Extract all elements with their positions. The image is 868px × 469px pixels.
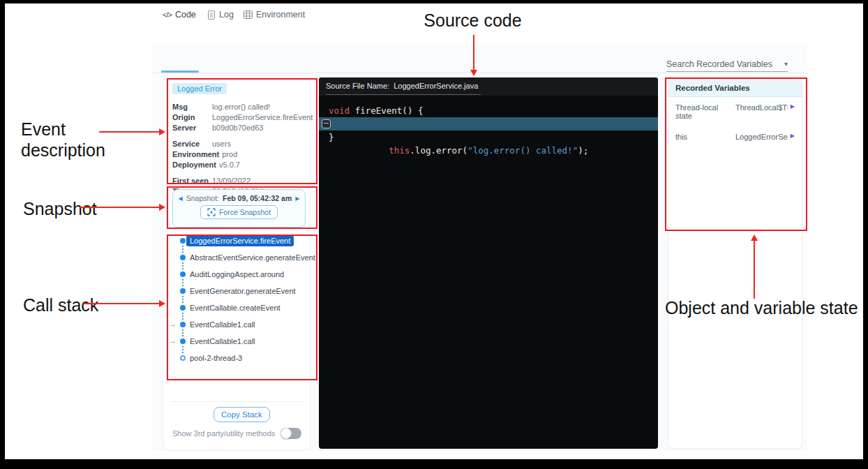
event-row-environment: Environmentprod — [172, 149, 305, 160]
arrow-line-call-stack — [84, 303, 159, 304]
event-row-msg: Msglog.error() called! — [172, 102, 305, 112]
snapshot-navigator: ◀ Snapshot: Feb 09, 05:42:32 am ▶ Force … — [172, 189, 306, 228]
third-party-toggle-row: Show 3rd party/utility methods — [172, 428, 305, 439]
logged-error-badge: Logged Error — [172, 83, 227, 94]
tab-log[interactable]: Log — [207, 10, 234, 20]
snapshot-timestamp: Feb 09, 05:42:32 am — [223, 194, 292, 202]
annotation-snapshot: Snapshot — [23, 198, 97, 219]
jump-arrow-icon: → — [168, 336, 177, 345]
code-editor[interactable]: void fireEvent() { this.log.error("log.e… — [319, 104, 658, 144]
stack-frame: → EventCallable1.call — [167, 320, 310, 336]
annotation-call-stack: Call stack — [23, 295, 98, 315]
force-snapshot-label: Force Snapshot — [219, 208, 271, 216]
variable-type: ThreadLocal$ThreadL… — [735, 103, 788, 120]
call-stack-list: LoggedErrorService.fireEvent AbstractEve… — [167, 236, 310, 370]
third-party-toggle-switch[interactable] — [280, 428, 301, 439]
event-row-server: Serverb09d0b70ed63 — [172, 123, 305, 133]
next-snapshot-icon[interactable]: ▶ — [295, 195, 299, 202]
variable-row[interactable]: Thread-local state ThreadLocal$ThreadL… … — [668, 97, 802, 126]
force-snapshot-button[interactable]: Force Snapshot — [200, 205, 278, 219]
expand-variable-icon[interactable]: ▶ — [791, 103, 795, 120]
grid-table-icon — [244, 10, 253, 19]
stack-frame: AbstractEventService.generateEvent — [167, 253, 310, 269]
stack-frame-thread: pool-2-thread-3 — [167, 353, 310, 370]
variable-row[interactable]: this LoggedErrorService ▶ — [668, 126, 802, 147]
frame-dot-icon — [180, 255, 186, 260]
arrow-head-event-description — [159, 128, 165, 135]
arrow-line-snapshot — [80, 207, 159, 208]
arrow-line-source-code — [473, 35, 474, 70]
arrow-head-object-state — [751, 234, 758, 241]
thread-dot-icon — [180, 355, 186, 361]
stack-footer-divider — [171, 401, 302, 402]
event-row-first-seen: First seen13/09/2022 — [172, 176, 305, 186]
stack-frame: EventCallable.createEvent — [167, 303, 310, 320]
event-row-deployment: Deploymentv5.0.7 — [172, 160, 305, 170]
frame-dot-icon — [180, 288, 186, 294]
tab-code[interactable]: </> Code — [163, 10, 196, 20]
frame-dot-icon — [180, 305, 186, 311]
frame-dot-icon — [180, 238, 186, 244]
arrow-head-call-stack — [159, 300, 165, 307]
previous-snapshot-icon[interactable]: ◀ — [179, 195, 183, 202]
recorded-variables-card: Recorded Variables Thread-local state Th… — [668, 79, 802, 449]
stack-frame-label[interactable]: AuditLoggingAspect.around — [190, 269, 284, 279]
jump-arrow-icon: → — [168, 319, 177, 329]
tab-environment[interactable]: Environment — [244, 10, 305, 20]
code-line-2-highlighted: this.log.error("log.error() called!"); — [319, 117, 658, 131]
third-party-toggle-label: Show 3rd party/utility methods — [172, 429, 275, 438]
stack-frame: → EventCallable1.call — [167, 336, 310, 353]
screenshot-canvas: </> Code Log Environment Search Recorded… — [0, 0, 868, 469]
source-file-name: Source File Name: LoggedErrorService.jav… — [326, 78, 481, 95]
capture-frame-icon — [207, 208, 216, 216]
variable-name: Thread-local state — [675, 103, 735, 120]
snapshot-timestamp-row: ◀ Snapshot: Feb 09, 05:42:32 am ▶ — [173, 194, 305, 202]
event-info-rows: Msglog.error() called! OriginLoggedError… — [172, 102, 305, 197]
event-row-service: Serviceusers — [172, 139, 305, 149]
annotation-source-code: Source code — [391, 10, 555, 31]
chevron-down-icon: ▾ — [784, 60, 788, 68]
tab-environment-label: Environment — [256, 10, 305, 20]
search-select-label: Search Recorded Variables — [666, 59, 772, 69]
stack-frame-label[interactable]: AbstractEventService.generateEvent — [190, 253, 315, 262]
snapshot-gutter-icon[interactable] — [322, 119, 331, 128]
code-icon: </> — [163, 10, 172, 19]
arrow-head-snapshot — [159, 204, 165, 211]
code-line-1: void fireEvent() { — [319, 104, 658, 117]
log-file-icon — [207, 10, 216, 20]
tab-log-label: Log — [219, 10, 234, 20]
source-code-panel: Source File Name: LoggedErrorService.jav… — [319, 77, 658, 449]
frame-dot-icon — [180, 322, 186, 327]
stack-frame: LoggedErrorService.fireEvent — [167, 236, 310, 253]
variable-type: LoggedErrorService — [735, 133, 788, 141]
frame-dot-icon — [180, 271, 186, 277]
annotation-event-description: Event description — [21, 119, 126, 161]
stack-frame-label[interactable]: EventCallable.createEvent — [190, 303, 280, 313]
recorded-variables-title: Recorded Variables — [668, 80, 802, 97]
toggle-knob — [280, 428, 292, 439]
tab-code-label: Code — [175, 10, 196, 20]
arrow-line-object-state — [754, 240, 755, 299]
variable-name: this — [675, 133, 735, 141]
stack-frame: AuditLoggingAspect.around — [167, 269, 310, 286]
frame-dot-icon — [180, 338, 186, 344]
arrow-head-source-code — [470, 70, 477, 76]
annotation-object-state: Object and variable state — [665, 297, 864, 318]
event-row-origin: OriginLoggedErrorService.fireEvent — [172, 112, 305, 123]
thread-label[interactable]: pool-2-thread-3 — [190, 353, 242, 363]
source-file-header: Source File Name: LoggedErrorService.jav… — [319, 77, 658, 96]
search-recorded-variables-select[interactable]: Search Recorded Variables ▾ — [666, 57, 788, 72]
active-tab-indicator — [161, 70, 199, 73]
arrow-line-event-description — [99, 131, 159, 133]
stack-frame-label[interactable]: EventCallable1.call — [190, 320, 255, 329]
stack-frame-label[interactable]: LoggedErrorService.fireEvent — [186, 235, 294, 246]
copy-stack-button[interactable]: Copy Stack — [214, 407, 270, 422]
stack-frame-label[interactable]: EventCallable1.call — [190, 336, 255, 346]
stack-frame: EventGenerator.generateEvent — [167, 286, 310, 303]
snapshot-prefix: Snapshot: — [186, 194, 219, 202]
expand-variable-icon[interactable]: ▶ — [791, 133, 795, 141]
stack-frame-label[interactable]: EventGenerator.generateEvent — [190, 286, 296, 296]
